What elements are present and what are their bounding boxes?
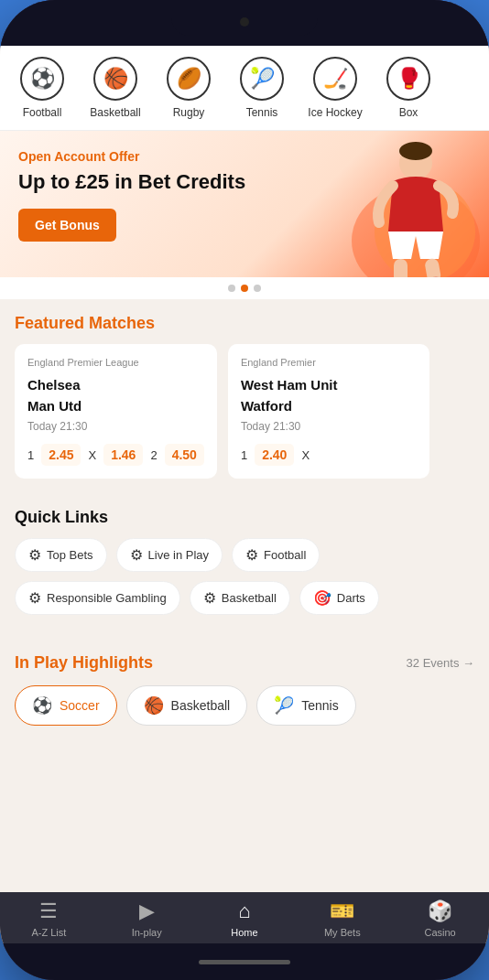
basketball-icon: 🏀 bbox=[93, 57, 137, 101]
ql-top-bets-icon: ⚙ bbox=[28, 546, 41, 564]
match-2-league: England Premier bbox=[241, 357, 417, 368]
promo-dots bbox=[0, 277, 489, 299]
sport-basketball-label: Basketball bbox=[90, 106, 140, 119]
dot-2[interactable] bbox=[241, 285, 248, 292]
my-bets-icon: 🎫 bbox=[330, 899, 354, 923]
match-2-team1: West Ham Unit bbox=[241, 377, 338, 393]
promo-container: Open Account Offer Up to £25 in Bet Cred… bbox=[0, 131, 489, 299]
match-1-team2: Man Utd bbox=[27, 398, 82, 414]
odd-2-val-1[interactable]: 2.40 bbox=[255, 444, 294, 466]
ql-football-label: Football bbox=[264, 548, 306, 562]
odd-2-label-x: X bbox=[301, 448, 310, 462]
inplay-tab-soccer[interactable]: ⚽ Soccer bbox=[15, 685, 117, 726]
match-2-time: Today 21:30 bbox=[241, 420, 417, 433]
ql-darts-label: Darts bbox=[337, 591, 365, 605]
dot-3[interactable] bbox=[254, 285, 261, 292]
az-list-icon: ☰ bbox=[39, 899, 58, 923]
ql-basketball[interactable]: ⚙ Basketball bbox=[190, 581, 290, 615]
ql-live-play-icon: ⚙ bbox=[130, 546, 143, 564]
home-icon: ⌂ bbox=[238, 899, 250, 923]
ql-responsible[interactable]: ⚙ Responsible Gambling bbox=[15, 581, 180, 615]
sport-basketball[interactable]: 🏀 Basketball bbox=[88, 57, 143, 119]
nav-az-list[interactable]: ☰ A-Z List bbox=[21, 899, 76, 938]
odd-val-1[interactable]: 2.45 bbox=[41, 444, 81, 466]
ql-top-bets[interactable]: ⚙ Top Bets bbox=[15, 538, 107, 572]
ql-responsible-label: Responsible Gambling bbox=[47, 591, 167, 605]
sport-boxing[interactable]: 🥊 Box bbox=[381, 57, 436, 119]
match-1-teams: Chelsea Man Utd bbox=[27, 375, 204, 416]
ql-football[interactable]: ⚙ Football bbox=[232, 538, 320, 572]
phone-frame: ⚽ Football 🏀 Basketball 🏉 Rugby 🎾 Tennis… bbox=[0, 0, 489, 980]
ql-responsible-icon: ⚙ bbox=[28, 589, 41, 607]
inplay-header: In Play Highlights 32 Events → bbox=[15, 653, 474, 673]
quick-links-section: Quick Links ⚙ Top Bets ⚙ Live in Play ⚙ … bbox=[0, 493, 489, 639]
soccer-tab-label: Soccer bbox=[60, 698, 100, 713]
rugby-icon: 🏉 bbox=[167, 57, 211, 101]
ql-basketball-label: Basketball bbox=[222, 591, 277, 605]
match-card-2[interactable]: England Premier West Ham Unit Watford To… bbox=[228, 344, 429, 479]
nav-home[interactable]: ⌂ Home bbox=[217, 899, 272, 938]
ql-darts[interactable]: 🎯 Darts bbox=[299, 581, 379, 615]
nav-my-bets-label: My Bets bbox=[324, 927, 361, 938]
odd-label-2: 2 bbox=[150, 448, 157, 462]
nav-home-label: Home bbox=[231, 927, 257, 938]
ql-live-play-label: Live in Play bbox=[148, 548, 209, 562]
sport-football-label: Football bbox=[23, 106, 62, 119]
odd-2-label-1: 1 bbox=[241, 448, 247, 462]
basketball-tab-icon: 🏀 bbox=[144, 695, 164, 716]
phone-notch bbox=[171, 10, 318, 36]
svg-rect-4 bbox=[394, 259, 408, 277]
nav-casino[interactable]: 🎲 Casino bbox=[413, 899, 468, 938]
nav-inplay[interactable]: ▶ In-play bbox=[119, 899, 174, 938]
screen: ⚽ Football 🏀 Basketball 🏉 Rugby 🎾 Tennis… bbox=[0, 46, 489, 943]
nav-my-bets[interactable]: 🎫 My Bets bbox=[315, 899, 370, 938]
football-icon: ⚽ bbox=[20, 57, 64, 101]
match-2-team2: Watford bbox=[241, 398, 292, 414]
inplay-tab-tennis[interactable]: 🎾 Tennis bbox=[256, 685, 355, 726]
inplay-section: In Play Highlights 32 Events → ⚽ Soccer … bbox=[0, 639, 489, 740]
inplay-tab-basketball[interactable]: 🏀 Basketball bbox=[126, 685, 248, 726]
match-card-1[interactable]: England Premier League Chelsea Man Utd T… bbox=[15, 344, 217, 479]
promo-banner: Open Account Offer Up to £25 in Bet Cred… bbox=[0, 131, 489, 277]
boxing-icon: 🥊 bbox=[386, 57, 430, 101]
inplay-events-count[interactable]: 32 Events → bbox=[407, 656, 474, 670]
sport-football[interactable]: ⚽ Football bbox=[15, 57, 70, 119]
nav-inplay-label: In-play bbox=[132, 927, 162, 938]
featured-matches-section: Featured Matches England Premier League … bbox=[0, 299, 489, 493]
home-indicator bbox=[199, 960, 290, 964]
matches-row: England Premier League Chelsea Man Utd T… bbox=[15, 344, 474, 479]
bottom-navigation: ☰ A-Z List ▶ In-play ⌂ Home 🎫 My Bets 🎲 … bbox=[0, 892, 489, 943]
casino-icon: 🎲 bbox=[428, 899, 452, 923]
soccer-tab-icon: ⚽ bbox=[32, 695, 52, 716]
odd-val-x[interactable]: 1.46 bbox=[103, 444, 143, 466]
sport-ice-hockey[interactable]: 🏒 Ice Hockey bbox=[308, 57, 363, 119]
basketball-tab-label: Basketball bbox=[171, 698, 231, 713]
odd-label-x: X bbox=[88, 448, 96, 462]
get-bonus-button[interactable]: Get Bonus bbox=[18, 209, 116, 242]
sport-boxing-label: Box bbox=[399, 106, 418, 119]
sports-navigation: ⚽ Football 🏀 Basketball 🏉 Rugby 🎾 Tennis… bbox=[0, 46, 489, 131]
phone-top-bar bbox=[0, 0, 489, 46]
dot-1[interactable] bbox=[228, 285, 235, 292]
tennis-tab-icon: 🎾 bbox=[274, 695, 294, 716]
sport-rugby-label: Rugby bbox=[173, 106, 205, 119]
sport-tennis[interactable]: 🎾 Tennis bbox=[234, 57, 289, 119]
quick-links-title: Quick Links bbox=[15, 508, 474, 527]
match-1-team1: Chelsea bbox=[27, 377, 81, 393]
match-2-odds: 1 2.40 X bbox=[241, 444, 417, 466]
inplay-tabs: ⚽ Soccer 🏀 Basketball 🎾 Tennis bbox=[15, 685, 474, 726]
quick-links-row-2: ⚙ Responsible Gambling ⚙ Basketball 🎯 Da… bbox=[15, 581, 474, 615]
match-2-teams: West Ham Unit Watford bbox=[241, 375, 417, 416]
nav-az-label: A-Z List bbox=[31, 927, 66, 938]
odd-val-2[interactable]: 4.50 bbox=[165, 444, 204, 466]
quick-links-row-1: ⚙ Top Bets ⚙ Live in Play ⚙ Football bbox=[15, 538, 474, 572]
ql-live-play[interactable]: ⚙ Live in Play bbox=[116, 538, 223, 572]
sport-rugby[interactable]: 🏉 Rugby bbox=[161, 57, 216, 119]
sport-tennis-label: Tennis bbox=[246, 106, 278, 119]
tennis-icon: 🎾 bbox=[240, 57, 284, 101]
match-1-league: England Premier League bbox=[27, 357, 204, 368]
match-1-time: Today 21:30 bbox=[27, 420, 204, 433]
promo-title: Up to £25 in Bet Credits bbox=[18, 169, 267, 196]
scroll-content[interactable]: ⚽ Football 🏀 Basketball 🏉 Rugby 🎾 Tennis… bbox=[0, 46, 489, 892]
inplay-nav-icon: ▶ bbox=[139, 899, 155, 923]
